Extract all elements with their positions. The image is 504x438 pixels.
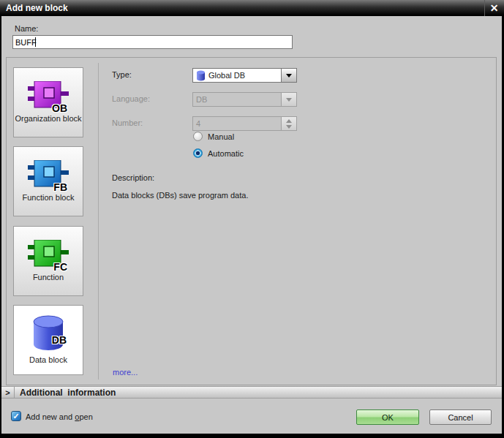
type-dropdown[interactable]: Global DB — [192, 68, 297, 83]
number-spinner-buttons — [282, 116, 297, 131]
description-label: Description: — [112, 173, 154, 182]
block-type-function-block-button[interactable]: FB Function block — [13, 146, 83, 216]
ob-abbr-label: OB — [52, 102, 67, 114]
title-bar: Add new block — [0, 0, 504, 16]
window-frame-bottom — [0, 434, 504, 438]
number-spinner: 4 — [192, 116, 297, 131]
close-icon: ✕ — [490, 3, 499, 13]
manual-radio[interactable] — [193, 132, 203, 141]
language-dropdown-arrow-button — [282, 92, 297, 107]
window-frame-left — [0, 16, 1, 438]
language-label: Language: — [112, 94, 150, 103]
block-type-label: Data block — [29, 355, 67, 366]
block-type-organization-block-button[interactable]: OB Organization block — [13, 67, 83, 137]
fb-abbr-label: FB — [53, 181, 67, 193]
fb-block-icon: FB — [28, 160, 69, 189]
cancel-button[interactable]: Cancel — [429, 409, 492, 425]
titlebar-divider — [484, 0, 485, 16]
text-cursor — [35, 37, 36, 47]
cancel-button-label: Cancel — [448, 413, 473, 422]
ok-button-label: OK — [382, 413, 394, 422]
add-new-block-dialog: Add new block ✕ Name: OB Organization — [0, 0, 504, 438]
db-cylinder-icon: DB — [32, 315, 64, 352]
checkmark-icon: ✓ — [12, 412, 19, 420]
language-dropdown-field: DB — [192, 92, 282, 107]
additional-information-bar: > Additional information — [1, 386, 502, 399]
more-link[interactable]: more... — [113, 368, 138, 377]
language-value: DB — [196, 95, 207, 104]
manual-radio-label: Manual — [208, 132, 234, 141]
dialog-title: Add new block — [0, 3, 68, 13]
chevron-right-icon: > — [5, 388, 10, 397]
block-type-data-block-button[interactable]: DB Data block — [13, 305, 83, 375]
spinner-up-icon — [286, 119, 292, 123]
spinner-down-icon — [286, 125, 292, 129]
add-new-and-open-checkbox[interactable]: ✓ — [11, 411, 21, 421]
ob-block-icon: OB — [28, 81, 69, 110]
add-new-and-open-label: Add new and open — [26, 412, 93, 421]
fc-abbr-label: FC — [53, 261, 67, 273]
expand-section-button[interactable]: > — [1, 387, 15, 398]
fc-block-icon: FC — [28, 240, 69, 269]
number-field: 4 — [192, 116, 282, 131]
panel-divider — [98, 63, 99, 380]
block-type-label: Function block — [23, 193, 75, 203]
name-label: Name: — [15, 24, 38, 33]
type-label: Type: — [112, 70, 132, 79]
automatic-radio[interactable] — [193, 148, 203, 158]
checkbox-label-pre: Add new and — [26, 412, 75, 421]
block-type-function-button[interactable]: FC Function — [13, 226, 83, 296]
number-label: Number: — [112, 118, 143, 127]
chevron-down-icon — [286, 98, 292, 102]
ok-button[interactable]: OK — [356, 409, 419, 425]
block-type-label: Organization block — [15, 114, 81, 124]
automatic-radio-label: Automatic — [208, 149, 244, 158]
language-dropdown: DB — [192, 92, 297, 107]
db-abbr-label: DB — [52, 334, 67, 346]
chevron-down-icon — [286, 74, 292, 78]
global-db-cylinder-icon — [196, 70, 206, 81]
type-dropdown-field[interactable]: Global DB — [192, 68, 282, 83]
additional-information-label: Additional information — [20, 388, 116, 398]
type-dropdown-arrow-button[interactable] — [282, 68, 297, 83]
checkbox-label-post: pen — [79, 412, 92, 421]
block-type-label: Function — [33, 273, 64, 283]
type-value: Global DB — [208, 71, 245, 80]
close-button[interactable]: ✕ — [486, 0, 503, 16]
description-text: Data blocks (DBs) save program data. — [112, 191, 248, 200]
number-value: 4 — [196, 119, 200, 128]
name-input[interactable] — [12, 35, 293, 49]
